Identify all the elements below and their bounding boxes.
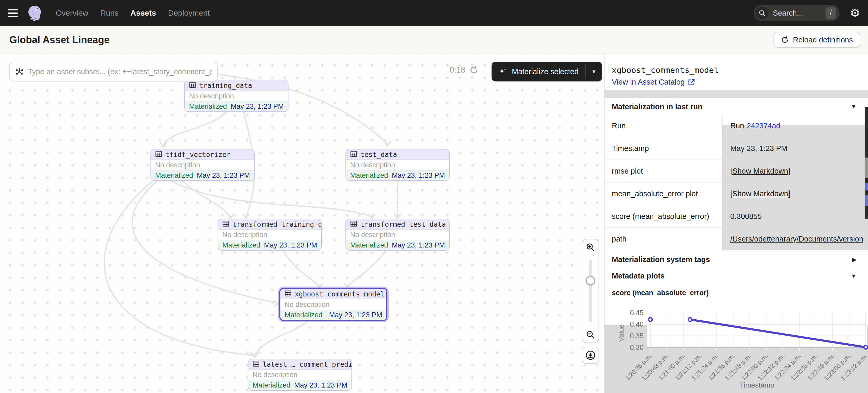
svg-text:Timestamp: Timestamp (740, 381, 774, 389)
table-icon (189, 81, 196, 90)
chart-title: score (mean_absolute_error) (612, 284, 861, 302)
section-materialization-system-tags[interactable]: Materialization system tags ▶ (604, 251, 868, 268)
materialized-timestamp: May 23, 1:23 PM (231, 103, 284, 110)
metadata-label: mean_absolute_error plot (604, 183, 722, 205)
materialized-timestamp: May 23, 1:23 PM (329, 311, 382, 319)
asset-lineage-canvas[interactable]: training_dataNo descriptionMaterializedM… (0, 54, 604, 393)
score-chart: 0.450.400.350.301:20:36 p.m.1:20:48 p.m.… (604, 302, 868, 393)
nav-assets[interactable]: Assets (130, 9, 156, 18)
asset-description: No description (346, 160, 449, 170)
asset-description: No description (346, 230, 449, 240)
search-icon (756, 7, 768, 19)
zoom-slider-track[interactable] (589, 260, 592, 322)
metadata-value: 0.300855 (722, 205, 868, 227)
status-badge: Materialized (350, 241, 388, 249)
chevron-down-icon: ▼ (851, 273, 857, 280)
panel-scrollbar[interactable] (865, 107, 868, 219)
metadata-label: Run (604, 114, 722, 137)
reload-definitions-button[interactable]: Reload definitions (774, 32, 860, 48)
panel-divider-band (604, 90, 868, 98)
run-id-link[interactable]: 242374ad (747, 122, 780, 130)
asset-node-transformed-test-data[interactable]: transformed_test_dataNo descriptionMater… (345, 219, 450, 251)
nav-runs[interactable]: Runs (100, 9, 119, 18)
metadata-label: score (mean_absolute_error) (604, 205, 722, 227)
asset-node-tfidf-vectorizer[interactable]: tfidf_vectorizerNo descriptionMaterializ… (151, 149, 255, 181)
asset-node-latest-comment-predictions[interactable]: latest_…_comment_predictionsNo descripti… (248, 359, 352, 391)
metadata-value: Run242374ad (722, 114, 868, 137)
status-badge: Materialized (285, 311, 322, 319)
hamburger-menu-icon[interactable] (8, 9, 19, 17)
nav-overview[interactable]: Overview (56, 9, 88, 18)
zoom-slider[interactable] (582, 255, 598, 327)
metadata-value: /Users/odetteharary/Documents/version (722, 228, 868, 250)
page-header: Global Asset Lineage Reload definitions (0, 26, 868, 54)
asset-name: latest_…_comment_predictions (263, 360, 352, 368)
section-materialization-last-run[interactable]: Materialization in last run ▼ (604, 99, 868, 114)
chevron-down-icon: ▼ (851, 103, 857, 110)
materialized-timestamp: May 23, 1:23 PM (392, 241, 445, 249)
metadata-row-score-mean-absolute-error-: score (mean_absolute_error)0.300855 (604, 205, 868, 228)
table-icon (285, 290, 291, 298)
status-badge: Materialized (252, 381, 290, 389)
search-placeholder: Search... (773, 9, 826, 18)
download-image-button[interactable] (582, 347, 599, 364)
refresh-icon (781, 36, 789, 44)
asset-node-test-data[interactable]: test_dataNo descriptionMaterializedMay 2… (345, 149, 450, 181)
asset-node-training-data[interactable]: training_dataNo descriptionMaterializedM… (184, 80, 288, 112)
refresh-timer: 0:18 (450, 65, 465, 75)
chevron-right-icon: ▶ (852, 256, 857, 263)
metadata-link[interactable]: [Show Markdown] (730, 167, 790, 175)
asset-name: tfidf_vectorizer (165, 151, 230, 159)
metadata-value: [Show Markdown] (722, 160, 868, 182)
download-icon (585, 350, 596, 361)
svg-text:0.40: 0.40 (630, 320, 644, 328)
asset-description: No description (151, 160, 254, 170)
metadata-link[interactable]: [Show Markdown] (730, 190, 790, 198)
table-icon (350, 151, 357, 159)
status-badge: Materialized (222, 241, 260, 249)
metadata-row-Timestamp: TimestampMay 23, 1:23 PM (604, 137, 868, 160)
svg-text:Value: Value (618, 324, 625, 341)
refresh-button[interactable] (469, 65, 478, 76)
metadata-value: [Show Markdown] (722, 183, 868, 205)
main-nav: Overview Runs Assets Deployment (56, 9, 210, 18)
view-in-asset-catalog-link[interactable]: View in Asset Catalog (612, 78, 695, 87)
asset-name: transformed_training_data (232, 221, 322, 228)
svg-text:0.45: 0.45 (630, 309, 644, 317)
asset-name: xgboost_comments_model (295, 290, 384, 298)
metadata-row-path: path/Users/odetteharary/Documents/versio… (604, 228, 868, 250)
nav-deployment[interactable]: Deployment (168, 9, 210, 18)
asset-node-transformed-training-data[interactable]: transformed_training_dataNo descriptionM… (218, 219, 322, 251)
zoom-out-button[interactable] (582, 327, 598, 342)
zoom-slider-handle[interactable] (586, 275, 595, 286)
search-shortcut-badge: / (826, 7, 836, 19)
dagster-logo[interactable] (26, 4, 43, 22)
svg-text:0.30: 0.30 (630, 343, 644, 351)
zoom-control (582, 239, 599, 343)
asset-description: No description (280, 299, 386, 310)
scrollbar-thumb[interactable] (865, 158, 868, 178)
search-input[interactable]: Search... / (754, 5, 840, 21)
status-badge: Materialized (155, 171, 193, 179)
materialized-timestamp: May 23, 1:23 PM (264, 241, 317, 249)
metadata-link[interactable]: /Users/odetteharary/Documents/version (730, 235, 863, 243)
asset-node-xgboost-comments-model[interactable]: xgboost_comments_modelNo descriptionMate… (279, 288, 388, 321)
sparkle-icon (498, 67, 508, 76)
table-icon (252, 360, 259, 368)
status-badge: Materialized (189, 103, 227, 110)
panel-asset-title: xgboost_comments_model (612, 65, 719, 75)
materialized-timestamp: May 23, 1:23 PM (294, 381, 347, 389)
section-metadata-plots[interactable]: Metadata plots ▼ (604, 268, 868, 284)
asset-subset-filter-input[interactable]: Type an asset subset... (ex: ++latest_st… (9, 62, 218, 81)
asset-description: No description (248, 369, 351, 380)
metadata-label: Timestamp (604, 137, 722, 160)
asset-name: test_data (360, 151, 397, 159)
asset-name: transformed_test_data (360, 221, 446, 228)
gear-icon[interactable]: ⚙︎ (850, 7, 860, 19)
zoom-in-button[interactable] (582, 239, 598, 255)
materialize-dropdown-caret[interactable]: ▾ (586, 62, 602, 81)
asset-description: No description (218, 230, 321, 240)
materialize-selected-button[interactable]: Materialize selected ▾ (492, 62, 602, 81)
status-badge: Materialized (350, 171, 388, 179)
table-icon (222, 220, 229, 228)
